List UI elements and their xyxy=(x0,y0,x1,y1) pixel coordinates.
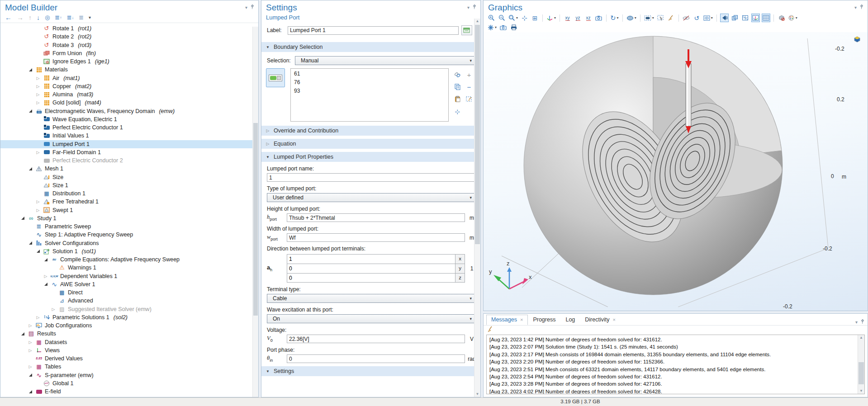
tree-scrollbar[interactable] xyxy=(252,27,258,397)
environment-icon[interactable] xyxy=(777,14,786,22)
pin-icon[interactable] xyxy=(859,4,864,10)
tree-expander-closed-icon[interactable]: ▷ xyxy=(35,199,41,204)
pin-icon[interactable] xyxy=(472,4,477,10)
label-input[interactable] xyxy=(288,26,459,35)
tree-item-wave-equation-electric-1[interactable]: Wave Equation, Electric 1 xyxy=(0,115,258,123)
clear-selection-view-icon[interactable] xyxy=(667,14,675,22)
tree-expander-closed-icon[interactable]: ▷ xyxy=(51,307,56,312)
tree-item-form-union[interactable]: Form Union(fin) xyxy=(0,49,258,57)
graphics-canvas-3d-view[interactable]: z y x -0.20.20m-0.2-0.2 xyxy=(484,32,868,311)
tree-item-ignore-edges-1[interactable]: Ignore Edges 1(ige1) xyxy=(0,57,258,66)
tree-expander-closed-icon[interactable]: ▷ xyxy=(35,150,41,155)
direction-x-input[interactable] xyxy=(287,254,455,264)
tree-expander-closed-icon[interactable]: ▷ xyxy=(35,208,41,212)
tree-item-gold-solid[interactable]: ▷Gold [solid](mat4) xyxy=(0,99,258,107)
tree-expander-closed-icon[interactable]: ▷ xyxy=(43,274,48,279)
selection-dropdown[interactable]: Manual ▾ xyxy=(295,56,475,65)
boundary-selection-list[interactable]: 617693 xyxy=(290,68,449,122)
pin-icon[interactable] xyxy=(250,4,255,10)
view-cube-icon[interactable] xyxy=(853,36,861,44)
reset-hiding-icon[interactable]: ↺ xyxy=(693,14,701,22)
move-up-icon[interactable]: ↑ xyxy=(28,14,32,21)
tree-item-datasets[interactable]: ▷▦Datasets xyxy=(0,338,258,346)
wave-excitation-dropdown[interactable]: On ▾ xyxy=(267,314,475,323)
tree-item-suggested-iterative-solver-emw[interactable]: ▷▨Suggested Iterative Solver (emw) xyxy=(0,305,258,313)
update-plot-icon[interactable]: ▾ xyxy=(487,23,497,32)
tree-item-awe-solver-1[interactable]: ∿AWE Solver 1 xyxy=(0,280,258,288)
tree-item-far-field-domain-1[interactable]: ▷Far-Field Domain 1 xyxy=(0,148,258,156)
scene-light-icon[interactable] xyxy=(720,14,729,22)
tree-expander-open-icon[interactable] xyxy=(28,109,33,113)
tree-expander-closed-icon[interactable]: ▷ xyxy=(35,100,41,105)
voltage-input[interactable] xyxy=(287,335,465,343)
tree-item-swept-1[interactable]: ▷Swept 1 xyxy=(0,206,258,214)
port-phase-input[interactable] xyxy=(287,354,465,363)
tree-item-rotate-1[interactable]: ↺Rotate 1(rot1) xyxy=(0,24,258,33)
toolbar-more-icon[interactable]: ▾ xyxy=(89,14,91,21)
tree-item-parametric-sweep[interactable]: ≣Parametric Sweep xyxy=(0,222,258,231)
tree-item-size-1[interactable]: Size 1 xyxy=(0,181,258,189)
view-mode-icon[interactable]: ▾ xyxy=(626,14,637,22)
terminal-type-dropdown[interactable]: Cable ▾ xyxy=(267,294,475,303)
tree-item-compile-equations-adaptive-frequency-sweep[interactable]: auCompile Equations: Adaptive Frequency … xyxy=(0,255,258,264)
create-selection-icon[interactable] xyxy=(454,72,461,79)
tree-expander-closed-icon[interactable]: ▷ xyxy=(28,323,33,328)
zoom-to-selection-icon[interactable]: ⊹ xyxy=(455,109,460,115)
expand-all-icon[interactable]: ≣↓ xyxy=(67,14,74,21)
view-hidden-icon[interactable]: ▾ xyxy=(703,14,713,22)
tree-item-direct[interactable]: ▩Direct xyxy=(0,288,258,297)
tree-item-copper[interactable]: ▷Copper(mat2) xyxy=(0,82,258,90)
tree-item-perfect-electric-conductor-1[interactable]: Perfect Electric Conductor 1 xyxy=(0,123,258,132)
show-icon[interactable]: ◎ xyxy=(45,14,50,21)
view-yz-icon[interactable]: yz xyxy=(574,14,582,22)
section-equation[interactable]: Equation xyxy=(261,139,480,149)
tree-item-solver-configurations[interactable]: Solver Configurations xyxy=(0,239,258,247)
tree-expander-open-icon[interactable] xyxy=(28,167,33,170)
nav-back-icon[interactable]: ← xyxy=(5,14,12,21)
show-grid-icon[interactable] xyxy=(762,14,770,22)
go-to-default-view-icon[interactable]: ▾ xyxy=(546,14,556,22)
scroll-down-icon[interactable]: ▼ xyxy=(859,388,864,394)
tree-item-lumped-port-1[interactable]: Lumped Port 1 xyxy=(0,140,258,148)
tree-item-dependent-variables-1[interactable]: ▷u,v,wDependent Variables 1 xyxy=(0,272,258,280)
messages-log[interactable]: [Aug 23, 2023 1:42 PM] Number of degrees… xyxy=(486,335,865,394)
tree-item-s-parameter-emw[interactable]: ∿S-parameter (emw) xyxy=(0,371,258,379)
tree-expander-open-icon[interactable] xyxy=(28,390,33,393)
tree-expander-closed-icon[interactable]: ▷ xyxy=(35,315,41,320)
select-box-icon[interactable] xyxy=(656,14,665,22)
zoom-out-icon[interactable] xyxy=(498,14,506,22)
tree-expander-closed-icon[interactable]: ▷ xyxy=(35,92,41,97)
print-icon[interactable] xyxy=(509,23,518,32)
zoom-extents-icon[interactable]: ⊹ xyxy=(520,14,529,22)
tree-item-initial-values-1[interactable]: Initial Values 1 xyxy=(0,132,258,140)
settings-scrollbar[interactable]: ▲ ▼ xyxy=(474,19,480,397)
panel-menu-icon[interactable]: ▾ xyxy=(854,5,857,10)
port-name-input[interactable] xyxy=(267,173,475,182)
tab-log[interactable]: Log xyxy=(560,315,580,325)
clear-messages-icon[interactable] xyxy=(487,326,493,334)
selection-item[interactable]: 93 xyxy=(291,87,448,95)
tab-progress[interactable]: Progress xyxy=(528,315,560,325)
transparency-icon[interactable] xyxy=(730,14,739,22)
tree-item-size[interactable]: Size xyxy=(0,173,258,181)
tree-item-perfect-electric-conductor-2[interactable]: Perfect Electric Conductor 2 xyxy=(0,156,258,165)
zoom-box-icon[interactable]: ▾ xyxy=(508,14,518,22)
hide-objects-icon[interactable] xyxy=(682,14,691,22)
image-snapshot-icon[interactable] xyxy=(499,23,508,32)
tree-item-warnings-1[interactable]: ⚠Warnings 1 xyxy=(0,264,258,272)
view-xz-icon[interactable]: xz xyxy=(584,14,593,22)
selection-item[interactable]: 61 xyxy=(291,70,448,78)
tree-item-air[interactable]: ▷Air(mat1) xyxy=(0,74,258,82)
tree-item-job-configurations[interactable]: ▷Job Configurations xyxy=(0,321,258,330)
tree-expander-open-icon[interactable] xyxy=(28,68,33,71)
tree-item-materials[interactable]: Materials xyxy=(0,66,258,74)
tree-item-rotate-2[interactable]: ↺Rotate 2(rot2) xyxy=(0,33,258,41)
model-tree-node-text-icon[interactable]: ≣ xyxy=(79,14,84,21)
tree-item-global-1[interactable]: Global 1 xyxy=(0,379,258,387)
tree-expander-open-icon[interactable] xyxy=(28,241,33,245)
pin-icon[interactable] xyxy=(860,319,865,325)
tree-item-advanced[interactable]: ⊿Advanced xyxy=(0,297,258,305)
remove-icon[interactable]: − xyxy=(467,84,471,91)
port-width-input[interactable] xyxy=(287,233,465,242)
tab-messages[interactable]: Messages× xyxy=(486,315,528,325)
